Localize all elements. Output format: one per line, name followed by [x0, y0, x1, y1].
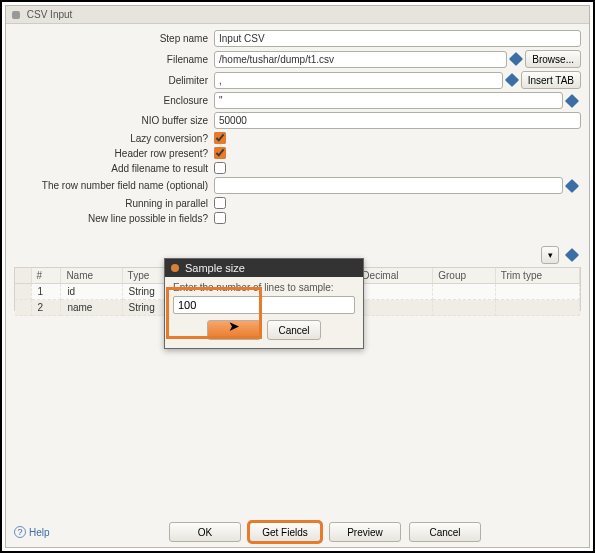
input-nio[interactable] [214, 112, 581, 129]
variable-icon[interactable] [505, 73, 519, 87]
row-corner [15, 284, 31, 300]
checkbox-lazy[interactable] [214, 132, 226, 144]
checkbox-parallel[interactable] [214, 197, 226, 209]
variable-icon[interactable] [509, 52, 523, 66]
input-rownum[interactable] [214, 177, 563, 194]
encoding-controls: ▾ [541, 246, 581, 264]
label-filename: Filename [14, 54, 214, 65]
help-link[interactable]: ? Help [14, 526, 50, 538]
input-delimiter[interactable] [214, 72, 503, 89]
preview-button[interactable]: Preview [329, 522, 401, 542]
cell-name[interactable]: name [61, 300, 122, 316]
insert-tab-button[interactable]: Insert TAB [521, 71, 581, 89]
label-addfn: Add filename to result [14, 163, 214, 174]
checkbox-header[interactable] [214, 147, 226, 159]
row-corner [15, 300, 31, 316]
window-title: CSV Input [27, 9, 73, 20]
label-newline: New line possible in fields? [14, 213, 214, 224]
label-step-name: Step name [14, 33, 214, 44]
checkbox-addfn[interactable] [214, 162, 226, 174]
dialog-titlebar[interactable]: Sample size [165, 259, 363, 277]
titlebar: CSV Input [6, 6, 589, 24]
label-rownum: The row number field name (optional) [14, 180, 214, 191]
variable-icon[interactable] [565, 178, 579, 192]
window-control-icon[interactable] [171, 264, 179, 272]
label-delimiter: Delimiter [14, 75, 214, 86]
form-area: Step name Filename Browse... Delimiter I… [6, 24, 589, 229]
bottom-bar: ? Help OK Get Fields Preview Cancel [14, 522, 581, 542]
window-control-icon[interactable] [12, 11, 20, 19]
cell-num[interactable]: 2 [31, 300, 61, 316]
input-filename[interactable] [214, 51, 507, 68]
sample-size-input[interactable] [173, 296, 355, 314]
dropdown-toggle[interactable]: ▾ [541, 246, 559, 264]
col-name[interactable]: Name [61, 268, 122, 284]
label-parallel: Running in parallel [14, 198, 214, 209]
input-step-name[interactable] [214, 30, 581, 47]
label-header: Header row present? [14, 148, 214, 159]
ok-button[interactable]: OK [169, 522, 241, 542]
sample-size-dialog: Sample size Enter the number of lines to… [164, 258, 364, 349]
label-enclosure: Enclosure [14, 95, 214, 106]
cell-num[interactable]: 1 [31, 284, 61, 300]
variable-icon[interactable] [565, 248, 579, 262]
dialog-cancel-button[interactable]: Cancel [267, 320, 321, 340]
col-num[interactable]: # [31, 268, 61, 284]
cursor-icon: ➤ [228, 318, 240, 334]
get-fields-button[interactable]: Get Fields [249, 522, 321, 542]
help-label: Help [29, 527, 50, 538]
checkbox-newline[interactable] [214, 212, 226, 224]
col-decimal[interactable]: Decimal [357, 268, 433, 284]
variable-icon[interactable] [565, 93, 579, 107]
label-nio: NIO buffer size [14, 115, 214, 126]
dialog-prompt: Enter the number of lines to sample: [173, 282, 355, 293]
label-lazy: Lazy conversion? [14, 133, 214, 144]
cell-name[interactable]: id [61, 284, 122, 300]
csv-input-window: CSV Input Step name Filename Browse... D… [5, 5, 590, 548]
dialog-title: Sample size [185, 262, 245, 274]
help-icon: ? [14, 526, 26, 538]
cancel-button[interactable]: Cancel [409, 522, 481, 542]
col-group[interactable]: Group [433, 268, 495, 284]
input-enclosure[interactable] [214, 92, 563, 109]
col-trim[interactable]: Trim type [495, 268, 579, 284]
browse-button[interactable]: Browse... [525, 50, 581, 68]
col-corner[interactable] [15, 268, 31, 284]
